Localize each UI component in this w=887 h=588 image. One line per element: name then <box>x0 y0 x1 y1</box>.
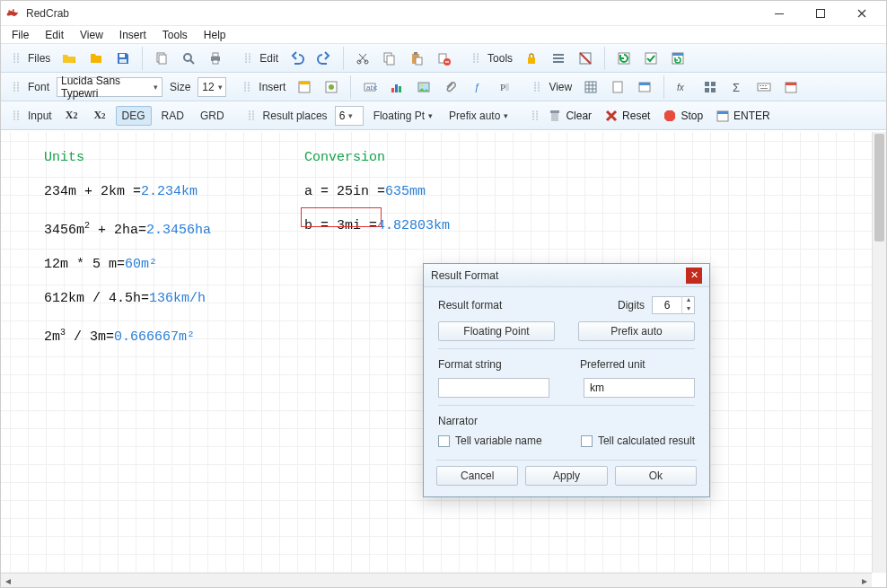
minimize-button[interactable] <box>759 1 800 26</box>
insert-function-button[interactable]: ƒ <box>466 77 489 97</box>
dialog-close-button[interactable]: ✕ <box>686 268 702 284</box>
svg-rect-38 <box>395 84 398 92</box>
math-line[interactable]: 3456m2 + 2ha=2.3456ha <box>44 209 211 248</box>
enter-button[interactable]: ENTER <box>711 106 775 126</box>
grid-off-button[interactable] <box>574 48 597 68</box>
digits-value: 6 <box>653 299 681 312</box>
copy-button[interactable] <box>378 48 401 68</box>
insert-slider-button[interactable]: P <box>493 77 516 97</box>
grip-icon: ┊┊ <box>532 82 540 92</box>
menu-view[interactable]: View <box>73 27 110 43</box>
menu-tools[interactable]: Tools <box>155 27 195 43</box>
scroll-right-icon[interactable]: ▸ <box>857 574 872 588</box>
math-line[interactable]: 12m * 5 m=60m² <box>44 248 211 282</box>
open-folder-button[interactable] <box>57 48 81 68</box>
spin-down-icon[interactable]: ▾ <box>681 305 694 314</box>
view-page-button[interactable] <box>606 77 629 97</box>
svg-rect-10 <box>213 53 218 57</box>
math-line[interactable]: 612km / 4.5h=136km/h <box>44 282 211 316</box>
group-insert: ┊┊ Insert abc ƒ P <box>237 75 522 99</box>
math-line[interactable]: a = 25in =635mm <box>304 175 450 209</box>
subscript-button[interactable]: X2 <box>87 106 111 126</box>
reset-button[interactable]: Reset <box>600 106 654 126</box>
angle-rad-button[interactable]: RAD <box>155 106 190 126</box>
copy-sheet-button[interactable] <box>150 48 173 68</box>
svg-rect-24 <box>553 57 564 59</box>
font-combo[interactable]: Lucida Sans Typewri <box>57 77 162 97</box>
print-button[interactable] <box>204 48 227 68</box>
prefix-auto-dropdown[interactable]: Prefix auto <box>443 106 514 126</box>
math-line[interactable]: 234m + 2km =2.234km <box>44 175 211 209</box>
redo-button[interactable] <box>312 48 336 68</box>
dialog-cancel-button[interactable]: Cancel <box>436 466 518 486</box>
view-fx-button[interactable]: fx <box>672 77 695 97</box>
grip-icon: ┊┊ <box>531 110 538 120</box>
svg-rect-44 <box>505 83 509 91</box>
view-keyboard-button[interactable] <box>752 77 776 97</box>
recalc-button[interactable] <box>612 48 636 68</box>
view-grid-button[interactable] <box>579 77 602 97</box>
view-sigma-button[interactable]: Σ <box>725 77 749 97</box>
superscript-button[interactable]: X2 <box>59 106 84 126</box>
sheet-refresh-button[interactable] <box>666 48 689 68</box>
lock-button[interactable] <box>520 48 543 68</box>
stop-button[interactable]: Stop <box>658 106 707 126</box>
result-places-combo[interactable]: 6 <box>335 106 364 126</box>
view-window-button[interactable] <box>633 77 656 97</box>
angle-deg-button[interactable]: DEG <box>116 106 152 126</box>
narrator-label: Narrator <box>438 415 695 427</box>
insert-chart-button[interactable] <box>385 77 408 97</box>
cut-button[interactable] <box>351 48 374 68</box>
tell-variable-checkbox[interactable]: Tell variable name <box>438 434 542 447</box>
tell-result-checkbox[interactable]: Tell calculated result <box>581 434 695 447</box>
digits-spinner[interactable]: 6 ▴▾ <box>652 296 695 314</box>
properties-button[interactable] <box>547 48 570 68</box>
insert-worksheet-button[interactable] <box>293 77 316 97</box>
insert-image-button[interactable] <box>412 77 435 97</box>
angle-grd-button[interactable]: GRD <box>194 106 231 126</box>
scroll-left-icon[interactable]: ◂ <box>1 574 15 588</box>
paste-button[interactable] <box>405 48 428 68</box>
view-calendar-button[interactable] <box>779 77 803 97</box>
insert-textbox-button[interactable]: abc <box>358 77 382 97</box>
menu-insert[interactable]: Insert <box>112 27 154 43</box>
dialog-apply-button[interactable]: Apply <box>525 466 607 486</box>
format-string-input[interactable] <box>438 378 549 398</box>
menu-file[interactable]: File <box>4 27 36 43</box>
print-preview-button[interactable] <box>177 48 200 68</box>
svg-point-41 <box>421 83 424 86</box>
insert-attachment-button[interactable] <box>439 77 462 97</box>
insert-table-button[interactable] <box>320 77 343 97</box>
math-line[interactable]: 2m3 / 3m=0.666667m² <box>44 316 211 355</box>
floating-point-button[interactable]: Floating Point <box>438 321 555 341</box>
prefix-auto-button[interactable]: Prefix auto <box>578 321 695 341</box>
close-button[interactable] <box>841 1 883 26</box>
open-file-button[interactable] <box>84 48 108 68</box>
menu-edit[interactable]: Edit <box>38 27 71 43</box>
maximize-button[interactable] <box>800 1 841 26</box>
dialog-ok-button[interactable]: Ok <box>615 466 697 486</box>
recalc-check-button[interactable] <box>639 48 663 68</box>
svg-rect-37 <box>391 88 394 92</box>
result-value: 60m² <box>125 257 157 272</box>
preferred-unit-input[interactable] <box>584 378 695 398</box>
menu-help[interactable]: Help <box>197 27 233 43</box>
vertical-scrollbar[interactable] <box>872 132 886 573</box>
svg-rect-51 <box>711 82 716 86</box>
delete-button[interactable] <box>432 48 455 68</box>
horizontal-scrollbar[interactable]: ◂ ▸ <box>1 573 872 587</box>
save-button[interactable] <box>111 48 135 68</box>
math-line[interactable]: b = 3mi =4.82803km <box>304 209 450 243</box>
svg-rect-23 <box>553 54 564 56</box>
floating-pt-dropdown[interactable]: Floating Pt <box>367 106 439 126</box>
scroll-thumb[interactable] <box>874 134 884 241</box>
grip-icon: ┊┊ <box>12 53 19 63</box>
grip-icon: ┊┊ <box>471 53 479 63</box>
dialog-titlebar[interactable]: Result Format ✕ <box>424 264 709 287</box>
clear-button[interactable]: Clear <box>543 106 596 126</box>
right-header: Conversion <box>304 141 450 175</box>
view-matrix-button[interactable] <box>698 77 722 97</box>
undo-button[interactable] <box>285 48 309 68</box>
insert-label: Insert <box>255 81 289 93</box>
size-combo[interactable]: 12 <box>198 77 226 97</box>
